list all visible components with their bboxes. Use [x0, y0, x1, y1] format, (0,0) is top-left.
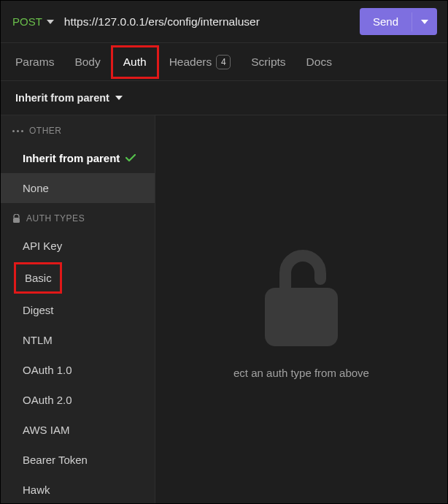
- section-authtypes-label: AUTH TYPES: [26, 213, 85, 224]
- auth-subbar: Inherit from parent: [1, 81, 447, 115]
- auth-item-ntlm-label: NTLM: [23, 334, 53, 346]
- send-split-button[interactable]: [412, 12, 437, 31]
- auth-item-api-key[interactable]: API Key: [1, 231, 155, 261]
- auth-item-hawk-label: Hawk: [23, 484, 50, 496]
- auth-item-aws-iam-label: AWS IAM: [23, 424, 69, 436]
- auth-item-inherit-label: Inherit from parent: [23, 152, 120, 164]
- tab-params[interactable]: Params: [5, 45, 64, 79]
- auth-item-digest[interactable]: Digest: [1, 295, 155, 325]
- auth-item-none-label: None: [23, 182, 49, 194]
- caret-down-icon: [115, 96, 123, 100]
- section-other-header: OTHER: [1, 115, 155, 143]
- svg-rect-0: [13, 218, 20, 223]
- tab-params-label: Params: [15, 56, 54, 69]
- tab-auth-label: Auth: [123, 56, 147, 69]
- headers-count-badge: 4: [216, 55, 231, 69]
- section-authtypes-header: AUTH TYPES: [1, 203, 155, 231]
- tab-scripts[interactable]: Scripts: [241, 45, 296, 79]
- tab-headers[interactable]: Headers 4: [159, 45, 242, 80]
- auth-placeholder-message: ect an auth type from above: [233, 367, 369, 379]
- section-other-label: OTHER: [29, 126, 62, 136]
- send-button[interactable]: Send: [360, 8, 437, 35]
- request-bar: POST https://127.0.0.1/ers/config/intern…: [1, 1, 447, 43]
- send-button-label: Send: [360, 8, 412, 35]
- auth-item-oauth1-label: OAuth 1.0: [23, 364, 72, 376]
- tab-headers-label: Headers: [169, 56, 212, 69]
- lock-icon: [12, 214, 20, 224]
- caret-down-icon: [47, 20, 54, 24]
- check-icon: [125, 152, 136, 164]
- http-method-select[interactable]: POST: [12, 15, 54, 28]
- tab-auth[interactable]: Auth: [111, 45, 159, 79]
- auth-item-hawk[interactable]: Hawk: [1, 475, 155, 504]
- http-method-label: POST: [12, 15, 42, 28]
- tab-docs-label: Docs: [306, 56, 332, 69]
- auth-item-inherit[interactable]: Inherit from parent: [1, 143, 155, 173]
- more-icon: [12, 130, 23, 132]
- auth-item-basic-label: Basic: [25, 272, 52, 284]
- auth-mode-dropdown[interactable]: Inherit from parent: [15, 92, 123, 104]
- auth-item-oauth2-label: OAuth 2.0: [23, 394, 72, 406]
- auth-mode-label: Inherit from parent: [15, 92, 109, 104]
- auth-content: OTHER Inherit from parent None AUTH TYPE…: [1, 115, 447, 504]
- auth-item-aws-iam[interactable]: AWS IAM: [1, 415, 155, 445]
- auth-item-bearer[interactable]: Bearer Token: [1, 445, 155, 475]
- auth-item-none[interactable]: None: [1, 173, 155, 203]
- unlock-icon: [258, 243, 345, 352]
- tab-body-label: Body: [74, 56, 100, 69]
- auth-main-panel: ect an auth type from above: [155, 115, 447, 504]
- auth-item-bearer-label: Bearer Token: [23, 454, 88, 466]
- auth-item-digest-label: Digest: [23, 304, 54, 316]
- auth-item-oauth1[interactable]: OAuth 1.0: [1, 355, 155, 385]
- url-input[interactable]: https://127.0.0.1/ers/config/internaluse…: [60, 12, 354, 31]
- tab-body[interactable]: Body: [64, 45, 110, 79]
- request-tabs: Params Body Auth Headers 4 Scripts Docs: [1, 43, 447, 81]
- auth-item-oauth2[interactable]: OAuth 2.0: [1, 385, 155, 415]
- auth-item-ntlm[interactable]: NTLM: [1, 325, 155, 355]
- auth-sidebar: OTHER Inherit from parent None AUTH TYPE…: [1, 115, 155, 504]
- svg-rect-1: [265, 288, 338, 346]
- auth-item-api-key-label: API Key: [23, 240, 62, 252]
- tab-docs[interactable]: Docs: [296, 45, 342, 79]
- tab-scripts-label: Scripts: [251, 56, 285, 69]
- auth-item-basic[interactable]: Basic: [14, 262, 62, 294]
